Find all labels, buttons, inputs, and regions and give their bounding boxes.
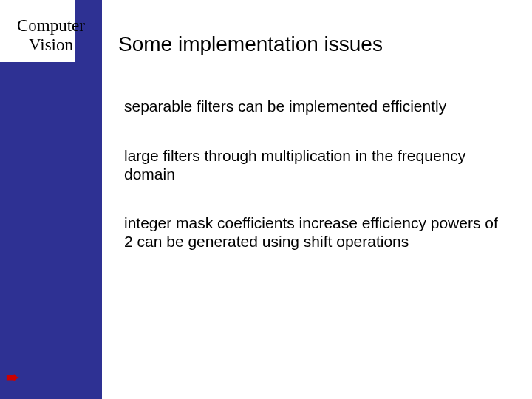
sidebar-title-line2: Vision <box>29 35 73 54</box>
slide: Computer Vision Some implementation issu… <box>0 0 532 399</box>
paragraph: separable filters can be implemented eff… <box>124 98 501 116</box>
sidebar: Computer Vision <box>0 0 102 399</box>
sidebar-title: Computer Vision <box>0 16 102 55</box>
arrow-right-icon: ➨ <box>6 368 19 387</box>
paragraph: large filters through multiplication in … <box>124 147 501 184</box>
slide-body: separable filters can be implemented eff… <box>124 98 501 282</box>
sidebar-title-line1: Computer <box>17 16 85 35</box>
paragraph: integer mask coefficients increase effic… <box>124 214 501 251</box>
slide-heading: Some implementation issues <box>118 33 383 56</box>
